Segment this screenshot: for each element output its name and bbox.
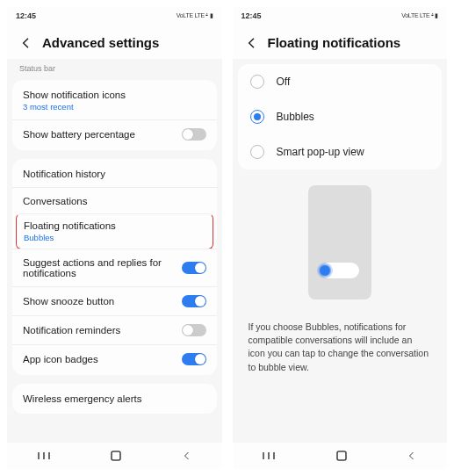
phone-right: 12:45 VoLTE LTE ⁴ ▮ Floating notificatio… (233, 7, 448, 469)
row-show-battery-percentage[interactable]: Show battery percentage (12, 119, 217, 148)
back-nav-icon[interactable] (182, 451, 192, 461)
group-notifications: Notification history Conversations Float… (12, 159, 217, 375)
radio-icon (250, 75, 264, 89)
radio-off[interactable]: Off (238, 64, 443, 99)
row-show-notification-icons[interactable]: Show notification icons 3 most recent (12, 82, 217, 119)
row-suggest-actions[interactable]: Suggest actions and replies for notifica… (12, 249, 217, 286)
row-notification-history[interactable]: Notification history (12, 161, 217, 187)
label: App icon badges (23, 354, 182, 364)
group-wireless: Wireless emergency alerts (12, 384, 217, 414)
back-nav-icon[interactable] (407, 451, 417, 461)
status-icons: VoLTE LTE ⁴ ▮ (177, 12, 213, 19)
radio-label: Off (277, 76, 291, 88)
content: Off Bubbles Smart pop-up view If you cho… (233, 59, 448, 443)
label: Show notification icons (23, 90, 199, 100)
radio-label: Bubbles (277, 111, 314, 123)
radio-group: Off Bubbles Smart pop-up view (238, 64, 443, 169)
toggle-battery-percentage[interactable] (182, 128, 206, 141)
recents-icon[interactable] (37, 451, 51, 461)
back-icon[interactable] (245, 36, 259, 50)
home-icon[interactable] (335, 450, 348, 462)
toggle-show-snooze[interactable] (182, 295, 206, 307)
status-bar: 12:45 VoLTE LTE ⁴ ▮ (233, 7, 448, 25)
home-icon[interactable] (110, 450, 122, 462)
nav-bar (7, 443, 222, 469)
clock: 12:45 (241, 11, 262, 20)
page-title: Floating notifications (268, 35, 401, 50)
sublabel: 3 most recent (23, 102, 199, 112)
illustration-phone-icon (308, 185, 371, 299)
nav-bar (233, 443, 448, 469)
status-icons: VoLTE LTE ⁴ ▮ (401, 12, 438, 19)
radio-label: Smart pop-up view (277, 146, 364, 158)
content: Status bar Show notification icons 3 mos… (7, 59, 222, 443)
radio-icon (250, 110, 264, 124)
group-statusbar: Show notification icons 3 most recent Sh… (12, 80, 217, 150)
label: Notification reminders (23, 325, 182, 335)
radio-bubbles[interactable]: Bubbles (238, 99, 443, 134)
toggle-suggest-actions[interactable] (182, 262, 206, 274)
header: Advanced settings (7, 25, 222, 59)
back-icon[interactable] (19, 36, 33, 50)
header: Floating notifications (233, 25, 448, 59)
label: Suggest actions and replies for notifica… (23, 257, 182, 278)
label: Show battery percentage (23, 129, 182, 140)
row-floating-notifications[interactable]: Floating notifications Bubbles (16, 213, 213, 249)
radio-icon (250, 145, 264, 159)
row-conversations[interactable]: Conversations (12, 187, 217, 214)
toggle-notification-reminders[interactable] (182, 324, 206, 336)
row-show-snooze[interactable]: Show snooze button (12, 286, 217, 315)
illustration-bubble-icon (317, 263, 333, 278)
label: Conversations (23, 196, 206, 206)
label: Show snooze button (23, 296, 182, 307)
description-text: If you choose Bubbles, notifications for… (233, 312, 448, 388)
radio-smart-popup[interactable]: Smart pop-up view (238, 134, 443, 169)
clock: 12:45 (16, 11, 36, 20)
phone-left: 12:45 VoLTE LTE ⁴ ▮ Advanced settings St… (7, 7, 222, 469)
toggle-app-icon-badges[interactable] (182, 353, 206, 365)
recents-icon[interactable] (262, 451, 276, 461)
row-wireless-emergency[interactable]: Wireless emergency alerts (12, 386, 217, 412)
sublabel: Bubbles (24, 233, 198, 242)
label: Floating notifications (24, 220, 198, 231)
label: Notification history (23, 169, 206, 179)
section-label-statusbar: Status bar (7, 59, 222, 76)
illustration (233, 169, 448, 312)
label: Wireless emergency alerts (23, 393, 206, 404)
row-app-icon-badges[interactable]: App icon badges (12, 344, 217, 373)
svg-rect-7 (337, 451, 346, 460)
page-title: Advanced settings (42, 35, 159, 50)
svg-rect-3 (112, 451, 120, 460)
status-bar: 12:45 VoLTE LTE ⁴ ▮ (7, 7, 222, 25)
row-notification-reminders[interactable]: Notification reminders (12, 315, 217, 344)
